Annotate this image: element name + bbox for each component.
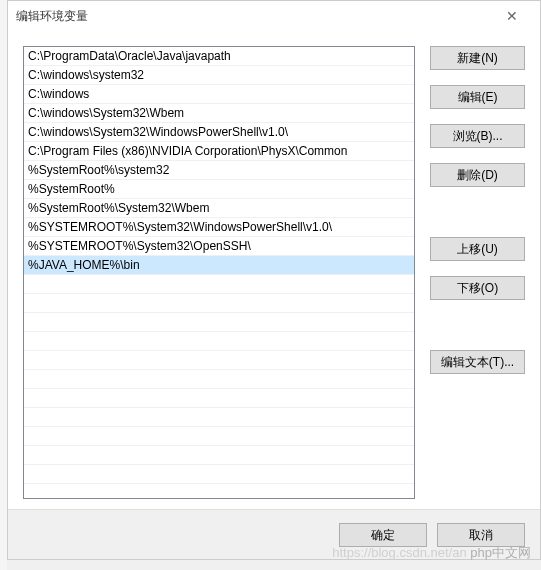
- list-item[interactable]: %SystemRoot%\system32: [24, 161, 414, 180]
- list-item[interactable]: [24, 294, 414, 313]
- list-item[interactable]: C:\Program Files (x86)\NVIDIA Corporatio…: [24, 142, 414, 161]
- list-item[interactable]: %SYSTEMROOT%\System32\WindowsPowerShell\…: [24, 218, 414, 237]
- list-item[interactable]: [24, 313, 414, 332]
- list-item[interactable]: [24, 465, 414, 484]
- cancel-button[interactable]: 取消: [437, 523, 525, 547]
- dialog-footer: 确定 取消: [8, 509, 540, 559]
- close-icon: ✕: [506, 8, 518, 24]
- list-item[interactable]: [24, 332, 414, 351]
- edit-text-button[interactable]: 编辑文本(T)...: [430, 350, 525, 374]
- new-button[interactable]: 新建(N): [430, 46, 525, 70]
- list-item[interactable]: [24, 275, 414, 294]
- side-buttons: 新建(N) 编辑(E) 浏览(B)... 删除(D) 上移(U) 下移(O) 编…: [430, 46, 525, 499]
- list-item[interactable]: [24, 408, 414, 427]
- edit-button[interactable]: 编辑(E): [430, 85, 525, 109]
- list-item[interactable]: [24, 389, 414, 408]
- list-item[interactable]: C:\ProgramData\Oracle\Java\javapath: [24, 47, 414, 66]
- list-item[interactable]: C:\windows: [24, 85, 414, 104]
- path-list[interactable]: C:\ProgramData\Oracle\Java\javapathC:\wi…: [24, 47, 414, 498]
- dialog-body: C:\ProgramData\Oracle\Java\javapathC:\wi…: [8, 31, 540, 509]
- ok-button[interactable]: 确定: [339, 523, 427, 547]
- list-item[interactable]: %JAVA_HOME%\bin: [24, 256, 414, 275]
- list-item[interactable]: %SystemRoot%\System32\Wbem: [24, 199, 414, 218]
- close-button[interactable]: ✕: [492, 1, 532, 31]
- list-item[interactable]: [24, 370, 414, 389]
- browse-button[interactable]: 浏览(B)...: [430, 124, 525, 148]
- delete-button[interactable]: 删除(D): [430, 163, 525, 187]
- list-item[interactable]: C:\windows\system32: [24, 66, 414, 85]
- list-item[interactable]: C:\windows\System32\WindowsPowerShell\v1…: [24, 123, 414, 142]
- list-item[interactable]: %SYSTEMROOT%\System32\OpenSSH\: [24, 237, 414, 256]
- list-item[interactable]: C:\windows\System32\Wbem: [24, 104, 414, 123]
- dialog-edit-env-var: 编辑环境变量 ✕ C:\ProgramData\Oracle\Java\java…: [7, 0, 541, 560]
- list-item[interactable]: [24, 427, 414, 446]
- move-up-button[interactable]: 上移(U): [430, 237, 525, 261]
- background-edge: [0, 0, 7, 570]
- list-item[interactable]: %SystemRoot%: [24, 180, 414, 199]
- move-down-button[interactable]: 下移(O): [430, 276, 525, 300]
- list-item[interactable]: [24, 351, 414, 370]
- titlebar-text: 编辑环境变量: [16, 8, 492, 25]
- path-list-container: C:\ProgramData\Oracle\Java\javapathC:\wi…: [23, 46, 415, 499]
- titlebar: 编辑环境变量 ✕: [8, 1, 540, 31]
- list-item[interactable]: [24, 446, 414, 465]
